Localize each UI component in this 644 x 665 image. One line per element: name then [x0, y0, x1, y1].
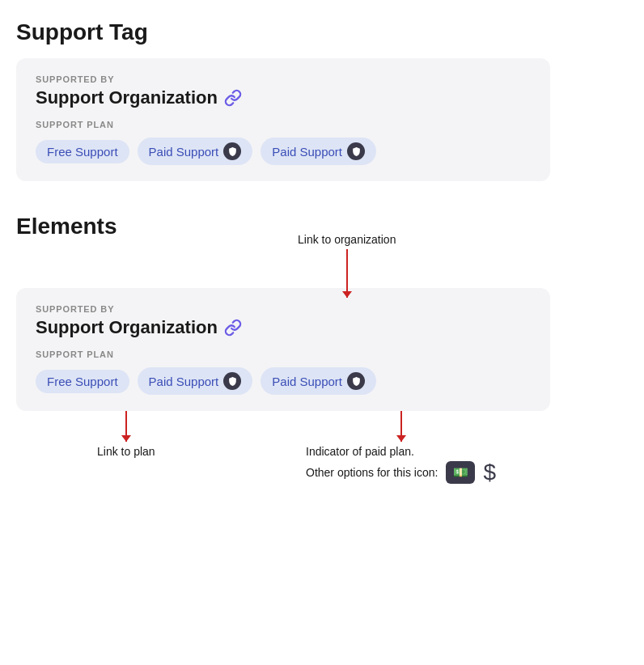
annotated-shield-icon-2	[347, 372, 365, 390]
link-to-plan-label: Link to plan	[97, 445, 155, 458]
tag-free-support-label: Free Support	[47, 145, 118, 159]
annotated-tag-paid-1[interactable]: Paid Support	[138, 367, 253, 395]
tag-paid-support-2-label: Paid Support	[272, 145, 342, 159]
annotated-org-name-text: Support Organization	[36, 317, 218, 338]
annotated-shield-icon-1	[223, 372, 241, 390]
link-to-org-label: Link to organization	[298, 233, 396, 246]
org-name-row: Support Organization	[36, 87, 531, 108]
annotated-card: SUPPORTED BY Support Organization SUPPOR…	[16, 288, 550, 411]
supported-by-label: SUPPORTED BY	[36, 74, 531, 84]
annotated-org-link-icon[interactable]	[224, 319, 242, 337]
shield-icon-1	[223, 142, 241, 160]
tags-row: Free Support Paid Support Paid Support	[36, 138, 531, 165]
link-to-plan-annotation: Link to plan	[97, 411, 155, 458]
elements-section: Elements Link to organization SUPPORTED …	[16, 214, 628, 492]
other-options-text: Other options for this icon:	[306, 466, 438, 479]
preview-card: SUPPORTED BY Support Organization SUPPOR…	[16, 58, 550, 181]
annotated-supported-by-label: SUPPORTED BY	[36, 304, 531, 314]
page-title: Support Tag	[16, 19, 628, 45]
annotated-tag-free-label: Free Support	[47, 375, 118, 388]
annotated-tag-paid-2[interactable]: Paid Support	[261, 367, 376, 395]
link-to-org-annotation: Link to organization	[298, 233, 396, 298]
banknote-icon: 💵	[446, 461, 475, 484]
annotated-org-name-row: Support Organization	[36, 317, 531, 338]
tag-paid-support-1-label: Paid Support	[149, 145, 219, 159]
indicator-label: Indicator of paid plan.	[306, 445, 414, 458]
annotated-tags-row: Free Support Paid Support Paid Support	[36, 367, 531, 395]
annotated-tag-free-support[interactable]: Free Support	[36, 370, 129, 393]
paid-indicator-annotation: Indicator of paid plan. Other options fo…	[306, 411, 496, 485]
org-name-text: Support Organization	[36, 87, 218, 108]
annotated-tag-paid-2-label: Paid Support	[272, 375, 342, 388]
dollar-sign-icon: $	[483, 460, 496, 485]
tag-paid-support-1[interactable]: Paid Support	[138, 138, 253, 165]
shield-icon-2	[347, 142, 365, 160]
bottom-annotations: Link to plan Indicator of paid plan. Oth…	[16, 411, 628, 492]
other-options-row: Other options for this icon: 💵 $	[306, 460, 496, 485]
tag-free-support[interactable]: Free Support	[36, 140, 129, 163]
support-plan-label: SUPPORT PLAN	[36, 120, 531, 129]
annotated-support-plan-label: SUPPORT PLAN	[36, 349, 531, 359]
org-link-icon[interactable]	[224, 89, 242, 107]
annotated-container: Link to organization SUPPORTED BY Suppor…	[16, 288, 628, 492]
tag-paid-support-2[interactable]: Paid Support	[261, 138, 376, 165]
annotated-tag-paid-1-label: Paid Support	[149, 375, 219, 388]
